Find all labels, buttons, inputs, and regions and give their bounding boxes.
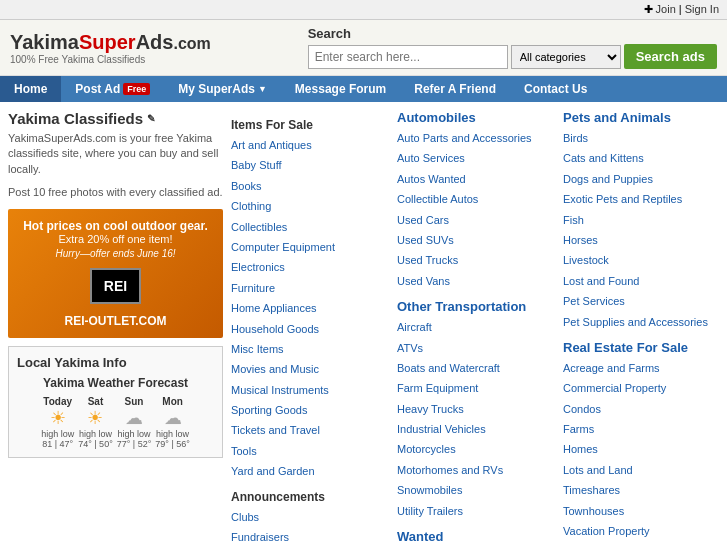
auto-parts-link[interactable]: Auto Parts and Accessories [397, 132, 532, 144]
household-goods-link[interactable]: Household Goods [231, 323, 319, 335]
other-transport-list: Aircraft ATVs Boats and Watercraft Farm … [397, 317, 553, 521]
section-title-other-transport: Other Transportation [397, 299, 553, 314]
section-title-wanted: Wanted [397, 529, 553, 544]
ad-banner[interactable]: Hot prices on cool outdoor gear. Extra 2… [8, 209, 223, 338]
list-item: Used SUVs [397, 230, 553, 250]
musical-instruments-link[interactable]: Musical Instruments [231, 384, 329, 396]
nav-my-superads[interactable]: My SuperAds ▼ [164, 76, 281, 102]
signin-link[interactable]: Sign In [685, 3, 719, 15]
birds-link[interactable]: Birds [563, 132, 588, 144]
motorhomes-rvs-link[interactable]: Motorhomes and RVs [397, 464, 503, 476]
logo-super: Super [79, 31, 136, 53]
boats-watercraft-link[interactable]: Boats and Watercraft [397, 362, 500, 374]
weather-days: Today ☀ high low 81 | 47° Sat ☀ high low… [17, 396, 214, 449]
computer-equip-link[interactable]: Computer Equipment [231, 241, 335, 253]
townhouses-link[interactable]: Townhouses [563, 505, 624, 517]
list-item: Pet Supplies and Accessories [563, 312, 719, 332]
vacation-property-link[interactable]: Vacation Property [563, 525, 650, 537]
weather-sat: Sat ☀ high low 74° | 50° [78, 396, 113, 449]
exotic-pets-link[interactable]: Exotic Pets and Reptiles [563, 193, 682, 205]
horses-link[interactable]: Horses [563, 234, 598, 246]
atvs-link[interactable]: ATVs [397, 342, 423, 354]
fundraisers-link[interactable]: Fundraisers [231, 531, 289, 543]
industrial-vehicles-link[interactable]: Industrial Vehicles [397, 423, 486, 435]
dogs-puppies-link[interactable]: Dogs and Puppies [563, 173, 653, 185]
homes-link[interactable]: Homes [563, 443, 598, 455]
commercial-property-link[interactable]: Commercial Property [563, 382, 666, 394]
ad-text2: Extra 20% off one item! [18, 233, 213, 245]
movies-music-link[interactable]: Movies and Music [231, 363, 319, 375]
column-3: Pets and Animals Birds Cats and Kittens … [563, 110, 719, 545]
logo-area: YakimaSuperAds.com 100% Free Yakima Clas… [10, 31, 211, 65]
other-transport-link[interactable]: Other Transportation [397, 299, 526, 314]
motorcycles-link[interactable]: Motorcycles [397, 443, 456, 455]
column-2: Automobiles Auto Parts and Accessories A… [397, 110, 553, 545]
sporting-goods-link[interactable]: Sporting Goods [231, 404, 307, 416]
collectibles-link[interactable]: Collectibles [231, 221, 287, 233]
list-item: Dogs and Puppies [563, 169, 719, 189]
list-item: Used Cars [397, 210, 553, 230]
home-appliances-link[interactable]: Home Appliances [231, 302, 317, 314]
search-button[interactable]: Search ads [624, 44, 717, 69]
acreage-farms-link[interactable]: Acreage and Farms [563, 362, 660, 374]
content-columns: Items For Sale Art and Antiques Baby Stu… [231, 110, 719, 545]
clothing-link[interactable]: Clothing [231, 200, 271, 212]
header: YakimaSuperAds.com 100% Free Yakima Clas… [0, 20, 727, 76]
lost-found-link[interactable]: Lost and Found [563, 275, 639, 287]
tools-link[interactable]: Tools [231, 445, 257, 457]
condos-link[interactable]: Condos [563, 403, 601, 415]
collectible-autos-link[interactable]: Collectible Autos [397, 193, 478, 205]
used-trucks-link[interactable]: Used Trucks [397, 254, 458, 266]
real-estate-sale-link[interactable]: Real Estate For Sale [563, 340, 688, 355]
list-item: Heavy Trucks [397, 399, 553, 419]
nav-refer-friend[interactable]: Refer A Friend [400, 76, 510, 102]
timeshares-link[interactable]: Timeshares [563, 484, 620, 496]
heavy-trucks-link[interactable]: Heavy Trucks [397, 403, 464, 415]
pet-services-link[interactable]: Pet Services [563, 295, 625, 307]
list-item: Tickets and Travel [231, 420, 387, 440]
books-link[interactable]: Books [231, 180, 262, 192]
list-item: Used Trucks [397, 250, 553, 270]
list-item: Farms [563, 419, 719, 439]
autos-wanted-link[interactable]: Autos Wanted [397, 173, 466, 185]
automobiles-link[interactable]: Automobiles [397, 110, 476, 125]
category-select[interactable]: All categories [511, 45, 621, 69]
tickets-travel-link[interactable]: Tickets and Travel [231, 424, 320, 436]
snowmobiles-link[interactable]: Snowmobiles [397, 484, 462, 496]
nav-home[interactable]: Home [0, 76, 61, 102]
nav-message-forum[interactable]: Message Forum [281, 76, 400, 102]
search-row: All categories Search ads [308, 44, 717, 69]
farms-link[interactable]: Farms [563, 423, 594, 435]
pet-supplies-link[interactable]: Pet Supplies and Accessories [563, 316, 708, 328]
baby-stuff-link[interactable]: Baby Stuff [231, 159, 282, 171]
used-cars-link[interactable]: Used Cars [397, 214, 449, 226]
nav-post-ad[interactable]: Post Ad Free [61, 76, 164, 102]
pets-animals-link[interactable]: Pets and Animals [563, 110, 671, 125]
yard-garden-link[interactable]: Yard and Garden [231, 465, 315, 477]
used-suvs-link[interactable]: Used SUVs [397, 234, 454, 246]
wanted-link[interactable]: Wanted [397, 529, 443, 544]
furniture-link[interactable]: Furniture [231, 282, 275, 294]
search-input[interactable] [308, 45, 508, 69]
nav-contact-us[interactable]: Contact Us [510, 76, 601, 102]
livestock-link[interactable]: Livestock [563, 254, 609, 266]
list-item: Collectible Autos [397, 189, 553, 209]
ad-hurry: Hurry—offer ends June 16! [18, 248, 213, 259]
lots-land-link[interactable]: Lots and Land [563, 464, 633, 476]
auto-services-link[interactable]: Auto Services [397, 152, 465, 164]
misc-items-link[interactable]: Misc Items [231, 343, 284, 355]
clubs-link[interactable]: Clubs [231, 511, 259, 523]
farm-equipment-link[interactable]: Farm Equipment [397, 382, 478, 394]
logo-ads: Ads [136, 31, 174, 53]
used-vans-link[interactable]: Used Vans [397, 275, 450, 287]
art-antiques-link[interactable]: Art and Antiques [231, 139, 312, 151]
fish-link[interactable]: Fish [563, 214, 584, 226]
electronics-link[interactable]: Electronics [231, 261, 285, 273]
aircraft-link[interactable]: Aircraft [397, 321, 432, 333]
cats-kittens-link[interactable]: Cats and Kittens [563, 152, 644, 164]
join-link[interactable]: Join [656, 3, 676, 15]
list-item: Boats and Watercraft [397, 358, 553, 378]
re-sale-list: Acreage and Farms Commercial Property Co… [563, 358, 719, 542]
list-item: Industrial Vehicles [397, 419, 553, 439]
utility-trailers-link[interactable]: Utility Trailers [397, 505, 463, 517]
